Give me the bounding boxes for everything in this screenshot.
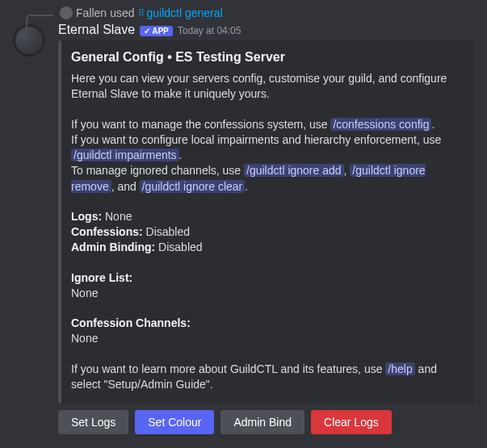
message-timestamp: Today at 04:05 [178, 25, 241, 36]
embed-description: Here you can view your servers config, c… [71, 71, 461, 392]
reply-used-text: used [110, 6, 134, 19]
reply-context: Fallen used ⠿ guildctl general [29, 6, 474, 19]
admin-bind-button[interactable]: Admin Bind [220, 410, 304, 434]
reply-command[interactable]: ⠿ guildctl general [138, 6, 223, 19]
confessions-value: Disabled [143, 225, 190, 238]
check-icon: ✓ [144, 27, 150, 36]
cmd-guildctl-impairments[interactable]: /guildctl impairments [71, 149, 179, 161]
logs-label: Logs: [71, 210, 102, 223]
reply-username[interactable]: Fallen [76, 6, 107, 19]
app-badge-text: APP [152, 27, 169, 36]
confessions-line-pre: If you want to manage the confessions sy… [71, 118, 330, 131]
admin-binding-value: Disabled [155, 241, 202, 253]
set-colour-button[interactable]: Set Colour [135, 410, 214, 434]
confessions-label: Confessions: [71, 225, 143, 238]
button-row: Set Logs Set Colour Admin Bind Clear Log… [58, 410, 474, 434]
embed: General Config • ES Testing Server Here … [58, 40, 474, 404]
cmd-ignore-clear[interactable]: /guildctl ignore clear [140, 180, 246, 193]
logs-value: None [102, 210, 132, 223]
period3: . [245, 180, 248, 193]
app-badge: ✓ APP [140, 26, 173, 36]
ignored-line-pre: To manage ignored channels, use [71, 164, 244, 177]
impairments-line-pre: If you want to configure local impairmen… [71, 133, 441, 146]
clear-logs-button[interactable]: Clear Logs [311, 410, 392, 434]
reply-avatar[interactable] [60, 6, 73, 19]
reply-spine [26, 15, 53, 31]
author-username[interactable]: Eternal Slave [58, 23, 135, 37]
ignore-list-value: None [71, 286, 461, 301]
confession-channels-value: None [71, 331, 461, 346]
cmd-ignore-add[interactable]: /guildctl ignore add [244, 164, 344, 177]
intro-text: Here you can view your servers config, c… [71, 71, 461, 103]
reply-command-text: guildctl general [147, 6, 223, 19]
embed-title: General Config • ES Testing Server [71, 50, 461, 65]
period2: . [179, 149, 183, 161]
cmd-confessions-config[interactable]: /confessions config [330, 118, 431, 131]
cmd-help[interactable]: /help [385, 362, 414, 375]
confession-channels-label: Confession Channels: [71, 316, 461, 331]
slash-command-icon: ⠿ [138, 8, 145, 19]
admin-binding-label: Admin Binding: [71, 241, 155, 253]
period1: . [431, 118, 435, 131]
learn-pre: If you want to learn more about GuildCTL… [71, 362, 385, 375]
ignore-list-label: Ignore List: [71, 270, 461, 286]
set-logs-button[interactable]: Set Logs [58, 410, 128, 434]
sep-and: , and [111, 180, 140, 193]
